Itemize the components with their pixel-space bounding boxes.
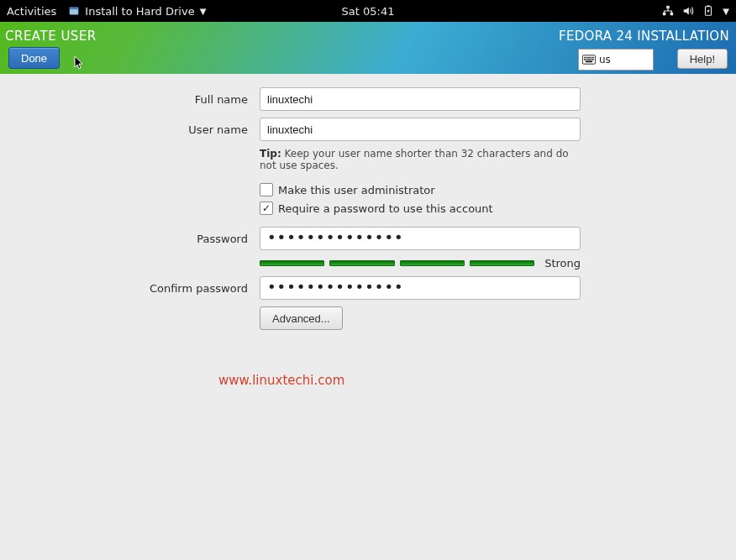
chevron-down-icon: ▼ <box>200 7 207 16</box>
watermark-text: www.linuxtechi.com <box>218 373 344 388</box>
svg-rect-3 <box>663 13 666 16</box>
password-label: Password <box>0 233 260 245</box>
create-user-form: Full name User name Tip: Keep your user … <box>0 74 736 560</box>
password-strength-label: Strong <box>544 257 581 270</box>
battery-icon <box>702 5 714 17</box>
svg-rect-12 <box>592 57 594 59</box>
gnome-top-bar: Activities Install to Hard Drive ▼ Sat 0… <box>0 0 736 22</box>
help-button[interactable]: Help! <box>677 49 728 69</box>
keyboard-icon <box>582 55 596 65</box>
anaconda-header: CREATE USER Done FEDORA 24 INSTALLATION … <box>0 22 736 74</box>
make-admin-label: Make this user administrator <box>278 184 435 196</box>
confirm-password-input[interactable]: •••••••••••••• <box>260 276 581 300</box>
svg-rect-9 <box>586 57 588 59</box>
password-strength-meter: Strong <box>260 257 581 270</box>
page-title: CREATE USER <box>5 29 97 44</box>
make-admin-checkbox-row[interactable]: Make this user administrator <box>260 183 581 196</box>
svg-rect-18 <box>586 61 592 63</box>
svg-rect-16 <box>591 59 592 60</box>
make-admin-checkbox[interactable] <box>260 183 273 196</box>
username-tip: Tip: Keep your user name shorter than 32… <box>260 148 581 171</box>
current-app-menu[interactable]: Install to Hard Drive ▼ <box>68 5 206 18</box>
require-password-checkbox-row[interactable]: Require a password to use this account <box>260 201 581 215</box>
activities-button[interactable]: Activities <box>7 5 56 18</box>
username-input[interactable] <box>260 118 581 141</box>
advanced-button[interactable]: Advanced... <box>260 306 343 330</box>
svg-rect-6 <box>707 5 711 7</box>
done-button[interactable]: Done <box>8 47 60 69</box>
fullname-label: Full name <box>0 93 260 106</box>
system-tray[interactable]: ▼ <box>662 5 729 17</box>
require-password-label: Require a password to use this account <box>278 202 493 215</box>
fullname-input[interactable] <box>260 87 581 111</box>
svg-rect-13 <box>584 59 586 60</box>
volume-icon <box>682 5 694 17</box>
chevron-down-icon: ▼ <box>723 7 729 16</box>
password-input[interactable]: •••••••••••••• <box>260 227 581 250</box>
keyboard-layout-label: us <box>599 54 611 65</box>
svg-rect-4 <box>670 13 674 16</box>
svg-rect-17 <box>592 59 594 60</box>
require-password-checkbox[interactable] <box>260 201 273 215</box>
svg-rect-2 <box>667 6 670 9</box>
username-label: User name <box>0 123 260 136</box>
network-icon <box>662 5 674 17</box>
svg-rect-11 <box>591 57 592 59</box>
installer-app-icon <box>68 5 80 17</box>
svg-rect-8 <box>584 57 586 59</box>
installer-title: FEDORA 24 INSTALLATION <box>559 29 729 44</box>
keyboard-layout-indicator[interactable]: us <box>578 49 654 71</box>
svg-rect-15 <box>588 59 590 60</box>
confirm-password-label: Confirm password <box>0 282 260 295</box>
svg-rect-10 <box>588 57 590 59</box>
current-app-label: Install to Hard Drive <box>85 5 194 18</box>
svg-rect-14 <box>586 59 588 60</box>
svg-rect-1 <box>70 8 79 10</box>
